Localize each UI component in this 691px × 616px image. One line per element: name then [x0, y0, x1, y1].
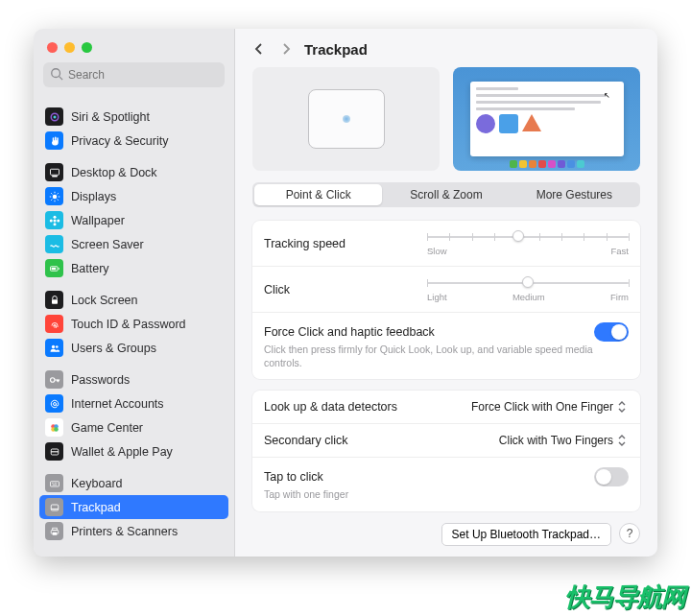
sidebar-item-trackpad[interactable]: Trackpad — [39, 495, 228, 519]
force-click-row: Force Click and haptic feedback Click th… — [252, 313, 640, 379]
sidebar-item-passwords[interactable]: Passwords — [39, 367, 228, 391]
svg-point-6 — [52, 194, 57, 199]
svg-rect-33 — [51, 451, 59, 452]
sliders-card: Tracking speed Slow Fast Click — [252, 221, 640, 379]
svg-rect-43 — [52, 528, 57, 530]
svg-rect-4 — [50, 169, 59, 175]
force-click-toggle[interactable] — [594, 322, 629, 342]
svg-rect-23 — [52, 299, 58, 304]
sidebar-item-internet-accounts[interactable]: Internet Accounts — [39, 391, 228, 415]
popups-card: Look up & data detectors Force Click wit… — [252, 391, 640, 511]
tracking-speed-slider[interactable]: Slow Fast — [427, 230, 629, 256]
slider-knob[interactable] — [522, 276, 534, 288]
page-title: Trackpad — [304, 41, 368, 58]
sidebar-item-privacy-security[interactable]: Privacy & Security — [39, 129, 228, 153]
sidebar-item-displays[interactable]: Displays — [39, 184, 228, 208]
slider-knob[interactable] — [512, 230, 524, 242]
wave-icon — [45, 235, 63, 253]
sun-icon — [45, 187, 63, 205]
sidebar-item-wallpaper[interactable]: Wallpaper — [39, 208, 228, 232]
sidebar-item-label: Touch ID & Password — [71, 318, 186, 331]
svg-point-24 — [51, 344, 54, 347]
svg-line-14 — [57, 193, 58, 194]
svg-rect-34 — [50, 481, 59, 486]
force-click-desc: Click then press firmly for Quick Look, … — [264, 344, 629, 369]
lookup-row: Look up & data detectors Force Click wit… — [252, 391, 640, 424]
tap-to-click-desc: Tap with one finger — [264, 488, 629, 502]
sidebar-item-game-center[interactable]: Game Center — [39, 415, 228, 439]
back-button[interactable] — [250, 40, 268, 58]
tap-to-click-toggle[interactable] — [594, 467, 629, 486]
click-slider[interactable]: Light Medium Firm — [427, 276, 629, 302]
svg-point-3 — [53, 115, 56, 118]
sidebar-item-users-groups[interactable]: Users & Groups — [39, 336, 228, 360]
search-input[interactable] — [43, 62, 225, 87]
lookup-label: Look up & data detectors — [264, 400, 397, 414]
minimize-window-button[interactable] — [64, 42, 75, 53]
key-icon — [45, 370, 63, 389]
sidebar-item-desktop-dock[interactable]: Desktop & Dock — [39, 160, 228, 184]
svg-rect-35 — [52, 483, 53, 484]
chevron-left-icon — [254, 42, 264, 56]
sidebar-item-keyboard[interactable]: Keyboard — [39, 471, 228, 495]
svg-line-13 — [51, 199, 52, 200]
cursor-icon: ↖ — [604, 91, 610, 100]
click-label: Click — [264, 283, 290, 296]
main-pane: Trackpad ↖ — [235, 29, 657, 557]
sidebar-item-label: Keyboard — [71, 477, 123, 490]
svg-rect-21 — [58, 268, 59, 270]
keyboard-icon — [45, 474, 63, 492]
help-button[interactable]: ? — [619, 523, 640, 544]
tap-to-click-label: Tap to click — [264, 470, 323, 484]
chevron-right-icon — [281, 42, 291, 56]
square-shape-icon — [499, 114, 518, 133]
sidebar-item-label: Battery — [71, 262, 109, 275]
tab-scroll-zoom[interactable]: Scroll & Zoom — [382, 184, 510, 205]
setup-bluetooth-button[interactable]: Set Up Bluetooth Trackpad… — [441, 523, 611, 546]
footer-row: Set Up Bluetooth Trackpad… ? — [252, 523, 640, 546]
force-click-label: Force Click and haptic feedback — [264, 325, 435, 339]
secondary-click-label: Secondary click — [264, 434, 348, 447]
trackpad-illustration — [252, 67, 440, 171]
forward-button[interactable] — [277, 40, 295, 58]
svg-point-15 — [53, 219, 56, 222]
gesture-preview: ↖ — [453, 67, 640, 171]
close-window-button[interactable] — [47, 42, 58, 53]
sidebar-item-battery[interactable]: Battery — [39, 256, 228, 280]
svg-line-1 — [60, 77, 63, 81]
tab-more-gestures[interactable]: More Gestures — [511, 184, 638, 205]
sidebar-item-siri-spotlight[interactable]: Siri & Spotlight — [39, 105, 228, 129]
sidebar-item-wallet-apple-pay[interactable]: Wallet & Apple Pay — [39, 439, 228, 463]
svg-rect-40 — [51, 505, 59, 510]
sidebar-item-touch-id-password[interactable]: Touch ID & Password — [39, 312, 228, 336]
circle-shape-icon — [476, 114, 495, 133]
zoom-window-button[interactable] — [82, 42, 92, 53]
search-icon — [50, 67, 63, 81]
sidebar-item-printers-scanners[interactable]: Printers & Scanners — [39, 519, 228, 543]
search-field[interactable] — [43, 62, 225, 87]
chevron-updown-icon — [617, 400, 629, 414]
lookup-popup[interactable]: Force Click with One Finger — [471, 400, 629, 414]
svg-rect-22 — [51, 267, 56, 269]
tab-point-click[interactable]: Point & Click — [254, 184, 382, 205]
sidebar-item-label: Wallpaper — [71, 214, 125, 227]
sidebar-item-label: Lock Screen — [71, 294, 137, 307]
preview-row: ↖ — [252, 67, 640, 171]
finger-icon — [45, 315, 63, 333]
lock-icon — [45, 291, 63, 309]
sidebar-item-label: Desktop & Dock — [71, 166, 157, 179]
battery-icon — [45, 259, 63, 277]
svg-point-18 — [49, 219, 52, 222]
sidebar-item-lock-screen[interactable]: Lock Screen — [39, 288, 228, 312]
system-settings-window: Siri & SpotlightPrivacy & SecurityDeskto… — [34, 29, 657, 557]
svg-point-17 — [53, 223, 56, 225]
header: Trackpad — [235, 29, 657, 67]
sidebar-item-label: Users & Groups — [71, 342, 156, 355]
tab-segmented-control[interactable]: Point & ClickScroll & ZoomMore Gestures — [252, 182, 640, 207]
sidebar: Siri & SpotlightPrivacy & SecurityDeskto… — [34, 29, 235, 557]
svg-rect-44 — [52, 532, 57, 534]
svg-point-16 — [53, 215, 56, 218]
secondary-click-popup[interactable]: Click with Two Fingers — [499, 434, 629, 447]
svg-line-11 — [51, 193, 52, 194]
sidebar-item-screen-saver[interactable]: Screen Saver — [39, 232, 228, 256]
